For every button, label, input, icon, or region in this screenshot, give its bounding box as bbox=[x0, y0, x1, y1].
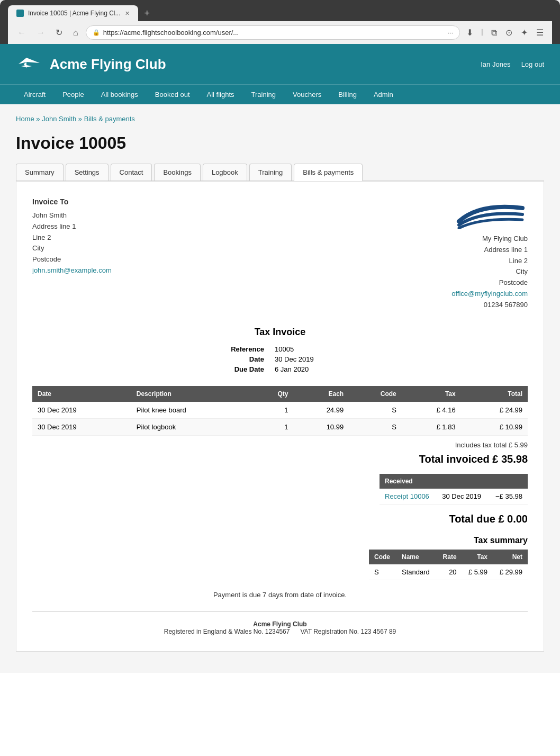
received-table: Received Receipt 10006 30 Dec 2019 −£ 35… bbox=[380, 474, 528, 505]
due-date-value: 6 Jan 2020 bbox=[275, 365, 338, 373]
payment-note: Payment is due 7 days from date of invoi… bbox=[32, 591, 528, 599]
receipt-row: Receipt 10006 30 Dec 2019 −£ 35.98 bbox=[380, 489, 528, 505]
row2-code: S bbox=[349, 418, 402, 435]
breadcrumb: Home » John Smith » Bills & payments bbox=[16, 115, 544, 123]
received-header: Received bbox=[380, 474, 528, 489]
tab-logbook[interactable]: Logbook bbox=[203, 164, 247, 181]
club-city: City bbox=[451, 266, 528, 277]
due-date-label: Due Date bbox=[222, 365, 264, 373]
col-total: Total bbox=[461, 386, 528, 402]
tax-summary-table: Code Name Rate Tax Net S Standard 20 £ 5 bbox=[369, 550, 528, 580]
browser-tabs: Invoice 10005 | Acme Flying Cl... ✕ + bbox=[8, 5, 552, 21]
club-phone: 01234 567890 bbox=[451, 300, 528, 311]
ts-row1-tax: £ 5.99 bbox=[462, 564, 493, 580]
table-row: 30 Dec 2019 Pilot logbook 1 10.99 S £ 1.… bbox=[32, 418, 528, 435]
nav-item-booked-out[interactable]: Booked out bbox=[147, 85, 198, 104]
logout-link[interactable]: Log out bbox=[521, 60, 544, 68]
row1-date: 30 Dec 2019 bbox=[32, 402, 131, 419]
breadcrumb-person[interactable]: John Smith bbox=[42, 115, 76, 123]
ts-row1-rate: 20 bbox=[437, 564, 462, 580]
profile-icon[interactable]: ⊙ bbox=[503, 25, 514, 40]
user-name-link[interactable]: Ian Jones bbox=[481, 60, 510, 68]
bookmarks-icon[interactable]: 𝄁 bbox=[480, 26, 485, 40]
tax-invoice-section: Tax Invoice Reference 10005 Date 30 Dec … bbox=[32, 327, 528, 375]
club-address2: Line 2 bbox=[451, 256, 528, 267]
breadcrumb-home[interactable]: Home bbox=[16, 115, 34, 123]
row1-each: 24.99 bbox=[294, 402, 349, 419]
club-postcode: Postcode bbox=[451, 277, 528, 289]
nav-item-aircraft[interactable]: Aircraft bbox=[16, 85, 53, 104]
download-icon[interactable]: ⬇ bbox=[464, 25, 475, 40]
address-text: https://acme.flightschoolbooking.com/use… bbox=[103, 29, 445, 37]
receipt-link[interactable]: Receipt 10006 bbox=[385, 492, 429, 500]
nav-item-all-bookings[interactable]: All bookings bbox=[93, 85, 146, 104]
row2-description: Pilot logbook bbox=[131, 418, 251, 435]
nav-item-people[interactable]: People bbox=[55, 85, 92, 104]
extensions-icon[interactable]: ⧉ bbox=[489, 26, 499, 40]
tab-bookings[interactable]: Bookings bbox=[154, 164, 200, 181]
row2-date: 30 Dec 2019 bbox=[32, 418, 131, 435]
tab-contact[interactable]: Contact bbox=[111, 164, 152, 181]
browser-chrome: Invoice 10005 | Acme Flying Cl... ✕ + ← … bbox=[0, 0, 560, 44]
nav-item-admin[interactable]: Admin bbox=[366, 85, 401, 104]
row2-qty: 1 bbox=[251, 418, 294, 435]
nav-item-all-flights[interactable]: All flights bbox=[199, 85, 242, 104]
row1-code: S bbox=[349, 402, 402, 419]
invoice-table: Date Description Qty Each Code Tax Total… bbox=[32, 386, 528, 436]
nav-item-vouchers[interactable]: Vouchers bbox=[285, 85, 329, 104]
tab-training[interactable]: Training bbox=[249, 164, 292, 181]
ts-col-tax: Tax bbox=[462, 550, 493, 564]
row1-total: £ 24.99 bbox=[461, 402, 528, 419]
ts-col-net: Net bbox=[493, 550, 528, 564]
address-bar-menu-icon[interactable]: ··· bbox=[448, 29, 453, 37]
tab-summary[interactable]: Summary bbox=[16, 164, 64, 181]
tab-favicon bbox=[16, 10, 24, 17]
address-bar[interactable]: 🔒 https://acme.flightschoolbooking.com/u… bbox=[86, 25, 460, 40]
reference-value: 10005 bbox=[275, 345, 338, 353]
invoice-title: Invoice 10005 bbox=[16, 133, 544, 153]
col-each: Each bbox=[294, 386, 349, 402]
row2-total: £ 10.99 bbox=[461, 418, 528, 435]
ts-row1-code: S bbox=[369, 564, 396, 580]
logo-plane-icon bbox=[16, 53, 42, 75]
tab-close-icon[interactable]: ✕ bbox=[125, 10, 130, 17]
puzzle-icon[interactable]: ✦ bbox=[519, 25, 530, 40]
invoice-header-section: Invoice To John Smith Address line 1 Lin… bbox=[32, 197, 528, 311]
reload-button[interactable]: ↻ bbox=[52, 25, 66, 40]
invoice-to-label: Invoice To bbox=[32, 197, 112, 206]
col-tax: Tax bbox=[402, 386, 461, 402]
new-tab-button[interactable]: + bbox=[140, 6, 155, 21]
date-value: 30 Dec 2019 bbox=[275, 355, 338, 363]
col-description: Description bbox=[131, 386, 251, 402]
menu-icon[interactable]: ☰ bbox=[534, 25, 546, 40]
forward-button[interactable]: → bbox=[33, 26, 48, 40]
row1-qty: 1 bbox=[251, 402, 294, 419]
nav-item-billing[interactable]: Billing bbox=[330, 85, 365, 104]
club-email[interactable]: office@myflyingclub.com bbox=[451, 290, 528, 298]
customer-address2: Line 2 bbox=[32, 232, 112, 244]
customer-email[interactable]: john.smith@example.com bbox=[32, 266, 112, 274]
active-tab[interactable]: Invoice 10005 | Acme Flying Cl... ✕ bbox=[8, 5, 138, 21]
ts-row1-net: £ 29.99 bbox=[493, 564, 528, 580]
club-logo bbox=[451, 197, 528, 229]
invoice-footer: Acme Flying Club Registered in England &… bbox=[32, 620, 528, 635]
club-logo-svg bbox=[454, 197, 528, 229]
meta-date-row: Date 30 Dec 2019 bbox=[222, 355, 338, 363]
date-label: Date bbox=[222, 355, 264, 363]
tab-settings[interactable]: Settings bbox=[66, 164, 109, 181]
club-name: My Flying Club bbox=[451, 233, 528, 245]
ts-col-rate: Rate bbox=[437, 550, 462, 564]
receipt-date: 30 Dec 2019 bbox=[437, 489, 489, 505]
back-button[interactable]: ← bbox=[14, 26, 29, 40]
tax-invoice-label: Tax Invoice bbox=[32, 327, 528, 338]
total-due: Total due £ 0.00 bbox=[32, 513, 528, 525]
site-title: Acme Flying Club bbox=[50, 56, 166, 73]
tab-bills-payments[interactable]: Bills & payments bbox=[294, 164, 363, 181]
home-button[interactable]: ⌂ bbox=[70, 26, 82, 40]
nav-item-training[interactable]: Training bbox=[243, 85, 284, 104]
invoice-to: Invoice To John Smith Address line 1 Lin… bbox=[32, 197, 112, 276]
customer-address1: Address line 1 bbox=[32, 221, 112, 232]
table-row: 30 Dec 2019 Pilot knee board 1 24.99 S £… bbox=[32, 402, 528, 419]
totals-section: Includes tax total £ 5.99 Total invoiced… bbox=[32, 441, 528, 580]
tax-summary-title: Tax summary bbox=[32, 536, 528, 545]
